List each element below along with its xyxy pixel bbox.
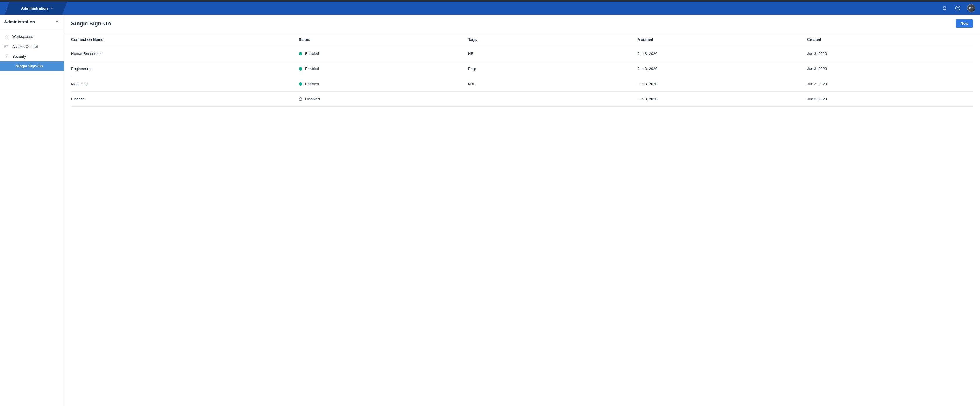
cell-modified: Jun 3, 2020 [638,67,803,71]
status-label: Disabled [305,97,320,101]
cell-status: Enabled [299,51,465,56]
column-header-tags[interactable]: Tags [468,37,634,42]
shield-icon [4,54,9,59]
id-card-icon [4,44,9,49]
header-breadcrumb[interactable]: Administration [16,2,58,14]
table-body: HumanResourcesEnabledHRJun 3, 2020Jun 3,… [71,46,973,107]
workspaces-icon [4,34,9,39]
sidebar-collapse-button[interactable] [54,19,60,25]
column-header-name[interactable]: Connection Name [71,37,295,42]
table-row[interactable]: HumanResourcesEnabledHRJun 3, 2020Jun 3,… [71,46,973,61]
status-label: Enabled [305,67,319,71]
avatar-initials: PT [969,7,973,10]
chevron-down-icon [50,6,53,11]
svg-point-5 [7,37,8,38]
status-dot-enabled-icon [299,67,302,70]
sidebar-item-access-control[interactable]: Access Control [0,41,64,51]
avatar[interactable]: PT [967,4,975,12]
svg-point-2 [5,35,6,36]
header-spacer [58,2,940,14]
cell-status: Enabled [299,82,465,86]
new-button[interactable]: New [956,19,973,28]
notifications-icon[interactable] [940,4,948,12]
chevrons-left-icon [55,20,59,24]
sidebar-item-label: Access Control [12,45,38,49]
column-header-modified[interactable]: Modified [638,37,803,42]
sidebar: Administration Workspaces Access Control [0,14,64,406]
cell-created: Jun 3, 2020 [807,82,973,86]
status-label: Enabled [305,51,319,56]
table-row[interactable]: EngineeringEnabledEngrJun 3, 2020Jun 3, … [71,61,973,76]
cell-modified: Jun 3, 2020 [638,82,803,86]
cell-modified: Jun 3, 2020 [638,51,803,56]
sidebar-item-label: Workspaces [12,34,33,39]
cell-status: Enabled [299,67,465,71]
content-header: Single Sign-On New [64,14,980,33]
main-content: Single Sign-On New Connection Name Statu… [64,14,980,406]
svg-rect-6 [5,45,8,48]
sidebar-item-security[interactable]: Security [0,51,64,61]
cell-tags: HR [468,51,634,56]
cell-created: Jun 3, 2020 [807,97,973,101]
cell-modified: Jun 3, 2020 [638,97,803,101]
cell-created: Jun 3, 2020 [807,51,973,56]
breadcrumb-label: Administration [21,6,48,11]
status-dot-disabled-icon [299,97,302,101]
svg-point-4 [5,37,6,38]
table-header-row: Connection Name Status Tags Modified Cre… [71,33,973,46]
sidebar-item-label: Single Sign-On [16,64,43,68]
sidebar-item-single-sign-on[interactable]: Single Sign-On [0,61,64,71]
column-header-status[interactable]: Status [299,37,465,42]
cell-created: Jun 3, 2020 [807,67,973,71]
header-actions: PT [940,2,980,14]
help-icon[interactable] [954,4,962,12]
svg-point-7 [6,46,6,47]
cell-connection-name: HumanResources [71,51,295,56]
app-header: Administration PT [0,2,980,14]
table-row[interactable]: MarketingEnabledMktJun 3, 2020Jun 3, 202… [71,76,973,92]
cell-tags: Engr [468,67,634,71]
cell-connection-name: Engineering [71,67,295,71]
status-dot-enabled-icon [299,52,302,56]
sidebar-item-workspaces[interactable]: Workspaces [0,32,64,41]
cell-status: Disabled [299,97,465,101]
cell-tags: Mkt [468,82,634,86]
sidebar-header: Administration [0,14,64,29]
svg-point-1 [958,9,958,10]
status-label: Enabled [305,82,319,86]
table-row[interactable]: FinanceDisabledJun 3, 2020Jun 3, 2020 [71,92,973,107]
page-title: Single Sign-On [71,21,111,27]
cell-connection-name: Finance [71,97,295,101]
connections-table: Connection Name Status Tags Modified Cre… [64,33,980,107]
cell-connection-name: Marketing [71,82,295,86]
column-header-created[interactable]: Created [807,37,973,42]
status-dot-enabled-icon [299,82,302,86]
sidebar-title: Administration [4,19,35,24]
sidebar-item-label: Security [12,54,26,59]
sidebar-nav: Workspaces Access Control Security Singl… [0,29,64,73]
svg-point-3 [7,35,8,36]
